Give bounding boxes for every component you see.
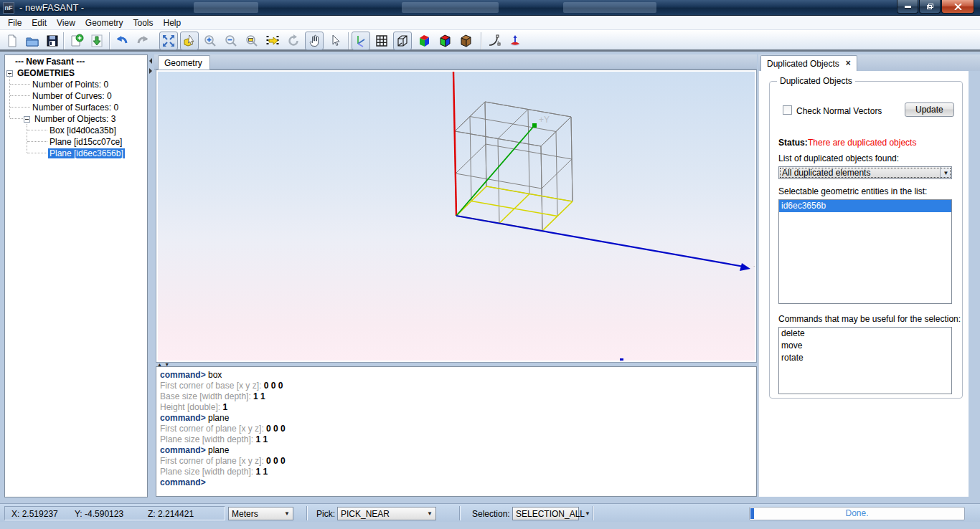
minimize-button[interactable] (897, 0, 918, 14)
progress-bar: Done. (749, 507, 965, 520)
close-button[interactable] (941, 0, 974, 14)
smooth-shaded-view-button[interactable] (435, 32, 454, 50)
textured-view-button[interactable] (456, 32, 475, 50)
splitter-collapse-icon[interactable] (149, 58, 152, 64)
grid-view-button[interactable] (372, 32, 391, 50)
zoom-out-button[interactable] (222, 32, 240, 50)
restore-button[interactable] (919, 0, 941, 14)
pick-dropdown[interactable]: PICK_NEAR▼ (337, 507, 436, 520)
redo-button[interactable] (133, 32, 152, 50)
check-normal-vectors-checkbox[interactable] (783, 105, 792, 115)
menu-file[interactable]: File (3, 16, 27, 29)
background-window-ghost (194, 2, 258, 13)
toolbar (0, 30, 980, 52)
console-io-line: First corner of plane [x y z]: 0 0 0 (160, 456, 753, 467)
rotate-view-button[interactable] (284, 32, 303, 50)
center-tab-strip: Geometry (154, 54, 757, 70)
flat-shaded-view-button[interactable] (415, 32, 433, 50)
list-item[interactable]: rotate (779, 352, 951, 364)
selection-label: Selection: (472, 509, 510, 519)
splitter-expand-icon[interactable] (149, 68, 152, 74)
y-axis-end-marker (532, 123, 537, 128)
tree-item-label: Number of Surfaces: 0 (31, 103, 120, 113)
new-file-button[interactable] (3, 32, 22, 50)
pan-button[interactable] (305, 32, 324, 50)
console-io-line: Plane size [width depth]: 1 1 (160, 467, 753, 477)
curvature-tool-button[interactable] (485, 32, 504, 50)
tree-item-label: GEOMETRIES (16, 68, 76, 78)
z-axis (453, 72, 456, 216)
units-value: Meters (232, 509, 258, 519)
zoom-in-button[interactable] (201, 32, 220, 50)
open-button[interactable] (23, 32, 42, 50)
minimize-icon (905, 6, 911, 8)
background-window-ghost (563, 2, 656, 13)
selection-dropdown[interactable]: SELECTION_ALL▼ (512, 507, 579, 520)
fit-screen-button[interactable] (159, 32, 178, 50)
axes-icon (354, 34, 368, 48)
tab-geometry[interactable]: Geometry (158, 55, 210, 70)
command-console[interactable]: command> boxFirst corner of base [x y z]… (156, 366, 757, 497)
x-axis-arrowhead (740, 263, 750, 271)
normal-vectors-tool-button[interactable] (506, 32, 524, 50)
undo-button[interactable] (113, 32, 131, 50)
zoom-window-button[interactable] (242, 32, 261, 50)
pan-hand-icon (307, 34, 321, 48)
shaded-cube-icon (438, 34, 452, 48)
tab-close-icon[interactable]: × (846, 59, 851, 71)
tree-item-label: Number of Objects: 3 (33, 114, 117, 124)
pick-value: PICK_NEAR (341, 509, 390, 519)
zoom-window-icon (245, 34, 259, 48)
viewport-canvas[interactable]: +Y+ (158, 72, 755, 361)
tree-item[interactable]: Number of Points: 0 (5, 79, 147, 90)
save-icon (45, 34, 60, 48)
list-item[interactable]: move (779, 340, 951, 352)
duplicated-elements-dropdown[interactable]: All duplicated elements ▼ (778, 166, 952, 179)
flat-cube-icon (417, 34, 431, 48)
save-button[interactable] (43, 32, 62, 50)
axes-view-button[interactable] (352, 32, 370, 50)
tree-item[interactable]: Number of Objects: 3 (5, 113, 147, 125)
import-geometry-button[interactable] (88, 32, 106, 50)
tree-expander-icon[interactable] (24, 116, 30, 123)
tree-guide-line (10, 118, 23, 119)
pick-label: Pick: (316, 509, 335, 519)
restore-icon (927, 4, 933, 9)
tab-duplicated-objects[interactable]: Duplicated Objects × (760, 55, 857, 71)
toolbar-separator (63, 32, 64, 49)
left-panel-splitter[interactable] (149, 54, 154, 497)
update-button[interactable]: Update (905, 103, 954, 117)
tree-item[interactable]: GEOMETRIES (5, 67, 147, 79)
tree-item-label: Plane [id6ec3656b] (48, 148, 125, 158)
add-geometry-button[interactable] (67, 32, 86, 50)
pick-selection-button[interactable] (180, 32, 199, 50)
center-selection-button[interactable] (263, 32, 282, 50)
commands-list[interactable]: deletemoverotate (778, 327, 952, 394)
select-cursor-button[interactable] (326, 32, 344, 50)
close-icon (954, 4, 962, 10)
normal-vectors-icon (508, 34, 522, 48)
console-io-line: Base size [width depth]: 1 1 (160, 391, 753, 402)
menu-tools[interactable]: Tools (128, 16, 159, 29)
viewport-3d[interactable]: +Y+ (156, 70, 757, 363)
statusbar-separator (306, 506, 307, 520)
menu-view[interactable]: View (52, 16, 80, 29)
list-item[interactable]: delete (779, 328, 951, 340)
tree-guide-line (10, 107, 30, 108)
tree-guide-line (27, 130, 47, 130)
menu-geometry[interactable]: Geometry (80, 16, 128, 29)
entities-list[interactable]: id6ec3656b (778, 199, 952, 304)
units-dropdown[interactable]: Meters▼ (228, 507, 293, 520)
console-io-line: Height [double]: 1 (160, 402, 753, 413)
wireframe-view-button[interactable] (393, 32, 412, 50)
menu-help[interactable]: Help (159, 16, 187, 29)
tree-item-label: Plane [id15cc07ce] (48, 137, 123, 147)
chevron-down-icon[interactable]: ▼ (940, 167, 951, 178)
list-item[interactable]: id6ec3656b (779, 200, 951, 212)
redo-icon (136, 34, 150, 48)
tree-item[interactable]: Number of Surfaces: 0 (5, 102, 147, 113)
tree-item[interactable]: --- New Fasant --- (5, 56, 147, 67)
console-command-line: command> box (160, 370, 753, 381)
tree-item[interactable]: Number of Curves: 0 (5, 90, 147, 102)
menu-edit[interactable]: Edit (27, 16, 52, 29)
